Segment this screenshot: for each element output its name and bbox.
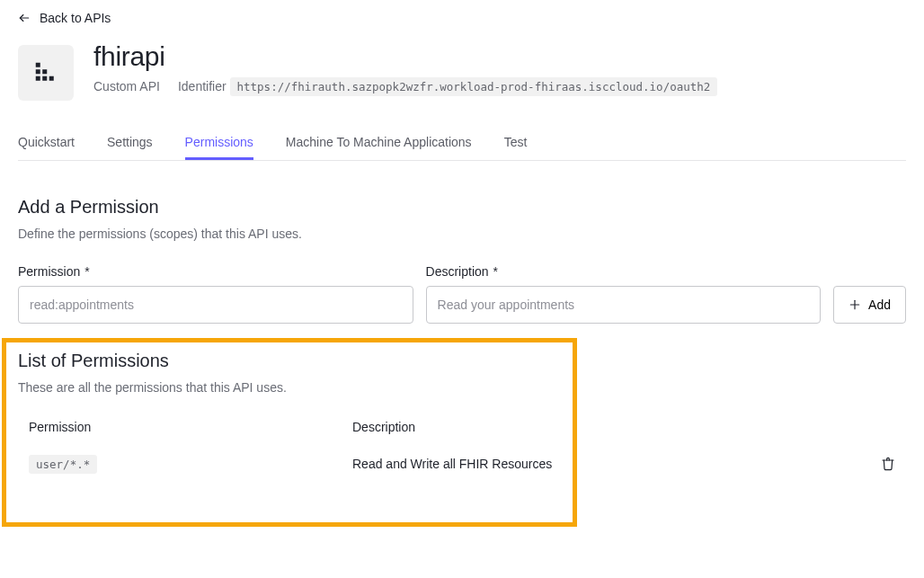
tab-permissions[interactable]: Permissions: [185, 128, 253, 160]
permissions-table-header: Permission Description: [18, 411, 906, 443]
permission-description: Read and Write all FHIR Resources: [352, 457, 850, 471]
svg-rect-5: [42, 76, 47, 81]
api-logo-icon: [18, 45, 74, 101]
api-header: fhirapi Custom API Identifier https://fh…: [18, 41, 906, 101]
tab-settings[interactable]: Settings: [107, 128, 153, 160]
api-identifier-value: https://fhirauth.sazpopk2wzfr.workload-p…: [230, 77, 718, 96]
table-row: user/*.* Read and Write all FHIR Resourc…: [18, 443, 906, 485]
col-permission: Permission: [29, 420, 352, 434]
plus-icon: [848, 298, 861, 311]
delete-permission-button[interactable]: [881, 456, 895, 472]
svg-rect-1: [36, 63, 40, 67]
add-button-label: Add: [868, 298, 891, 312]
list-permissions-subtitle: These are all the permissions that this …: [18, 380, 906, 395]
svg-rect-3: [42, 69, 47, 74]
back-label: Back to APIs: [40, 11, 111, 25]
api-identifier-label: Identifier: [178, 79, 227, 93]
col-description: Description: [352, 420, 850, 434]
list-permissions-title: List of Permissions: [18, 351, 906, 371]
permission-field-label: Permission *: [18, 264, 413, 279]
description-input[interactable]: [426, 286, 822, 324]
api-type: Custom API: [93, 79, 160, 93]
api-title: fhirapi: [93, 41, 717, 72]
svg-rect-6: [49, 76, 54, 81]
trash-icon: [881, 456, 895, 472]
tab-test[interactable]: Test: [504, 128, 528, 160]
add-permission-subtitle: Define the permissions (scopes) that thi…: [18, 227, 906, 241]
svg-rect-2: [36, 69, 40, 74]
add-permission-form: Permission * Description * Add: [18, 264, 906, 324]
tab-quickstart[interactable]: Quickstart: [18, 128, 75, 160]
add-button[interactable]: Add: [833, 286, 906, 324]
permission-input[interactable]: [18, 286, 413, 324]
tabs: Quickstart Settings Permissions Machine …: [18, 128, 906, 161]
svg-rect-4: [36, 76, 40, 81]
back-to-apis-link[interactable]: Back to APIs: [18, 11, 111, 25]
arrow-left-icon: [18, 12, 31, 24]
description-field-label: Description *: [426, 264, 822, 279]
tab-m2m[interactable]: Machine To Machine Applications: [286, 128, 472, 160]
permission-code: user/*.*: [29, 455, 97, 474]
add-permission-title: Add a Permission: [18, 197, 906, 218]
permissions-table: Permission Description user/*.* Read and…: [18, 411, 906, 485]
